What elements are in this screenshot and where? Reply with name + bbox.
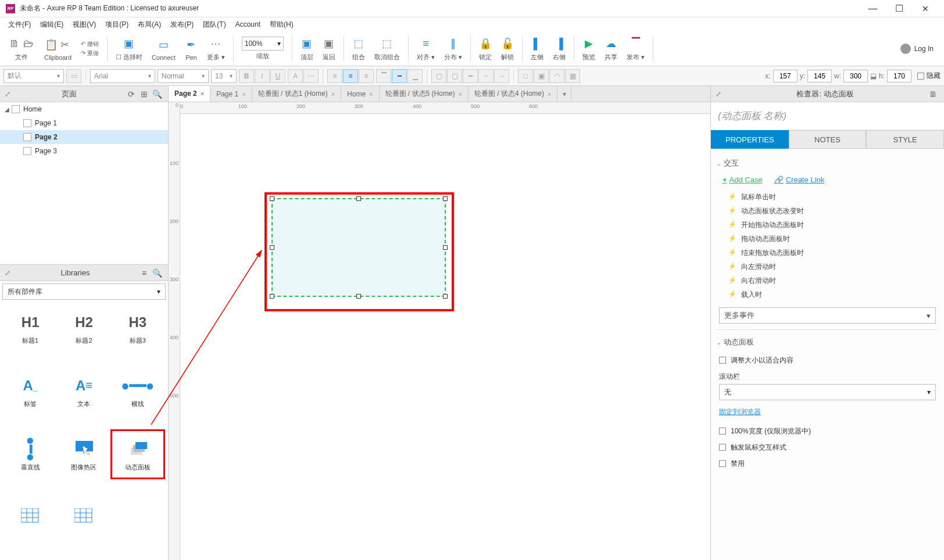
document-tab[interactable]: 轮番图 / 状态5 (Home)×	[380, 86, 469, 102]
more-events-select[interactable]: 更多事件▾	[719, 307, 936, 324]
menu-team[interactable]: 团队(T)	[198, 19, 230, 31]
w-input[interactable]	[843, 70, 868, 82]
tool-zoom[interactable]: 100%▾ 缩放	[238, 37, 287, 60]
canvas[interactable]	[180, 114, 710, 560]
interaction-event[interactable]: ⚡载入时	[728, 288, 938, 301]
resize-handle[interactable]	[443, 294, 448, 299]
document-tab[interactable]: Page 1×	[210, 86, 252, 102]
interaction-event[interactable]: ⚡向左滑动时	[728, 260, 938, 274]
library-widget-hotspot[interactable]: 图像热区	[58, 431, 109, 478]
interaction-event[interactable]: ⚡动态面板状态改变时	[728, 204, 938, 218]
italic-button[interactable]: I	[255, 69, 270, 83]
close-tab-icon[interactable]: ×	[242, 91, 245, 98]
login-button[interactable]: Log In	[895, 44, 939, 54]
document-tab[interactable]: 轮番图 / 状态1 (Home)×	[252, 86, 341, 102]
interaction-event[interactable]: ⚡向右滑动时	[728, 274, 938, 288]
interaction-event[interactable]: ⚡开始拖动动态面板时	[728, 218, 938, 232]
tool-select[interactable]: ▣☐ 选择时	[112, 35, 146, 62]
library-widget[interactable]	[58, 494, 109, 541]
more-text-button[interactable]: ⋯	[303, 69, 319, 83]
create-link-link[interactable]: 🔗Create Link	[774, 175, 824, 184]
pin-icon[interactable]: ⤢	[5, 269, 13, 277]
tool-group[interactable]: ⬚组合	[349, 35, 369, 62]
tool-share[interactable]: ☁共享	[601, 35, 621, 62]
lock-aspect-icon[interactable]: ⬓	[870, 72, 877, 80]
search-icon[interactable]: 🔍	[151, 89, 163, 99]
library-widget-text[interactable]: H1标题1	[5, 304, 56, 351]
x-input[interactable]	[773, 70, 798, 82]
widget-name-input[interactable]: (动态面板 名称)	[711, 102, 944, 130]
trigger-mouse-checkbox[interactable]: 触发鼠标交互样式	[717, 439, 938, 455]
add-page-icon[interactable]: ⟳	[125, 89, 138, 99]
tool-publish[interactable]: ▔发布 ▾	[623, 35, 648, 62]
tool-front[interactable]: ▣顶层	[297, 35, 317, 62]
interaction-event[interactable]: ⚡拖动动态面板时	[728, 232, 938, 246]
align-right-button[interactable]: ≡	[359, 69, 374, 83]
font-select[interactable]: Arial▾	[90, 69, 155, 83]
align-left-button[interactable]: ≡	[327, 69, 342, 83]
pin-icon[interactable]: ⤢	[716, 90, 724, 98]
interaction-event[interactable]: ⚡鼠标单击时	[728, 190, 938, 204]
close-tab-icon[interactable]: ×	[548, 91, 551, 98]
menu-project[interactable]: 项目(P)	[101, 19, 133, 31]
shape-style-button[interactable]: ▭	[66, 69, 81, 83]
page-tree-item[interactable]: ◢Home	[0, 102, 168, 116]
align-center-button[interactable]: ≡	[343, 69, 358, 83]
document-tab[interactable]: 轮番图 / 状态4 (Home)×	[469, 86, 557, 102]
library-widget-vline-blue[interactable]: ●━●垂直线	[5, 431, 56, 478]
valign-top-button[interactable]: ▔	[376, 69, 391, 83]
disable-checkbox[interactable]: 禁用	[717, 455, 938, 472]
underline-button[interactable]: U	[270, 69, 285, 83]
note-icon[interactable]: 🗎	[927, 89, 939, 99]
tab-notes[interactable]: NOTES	[789, 130, 867, 149]
tab-style[interactable]: STYLE	[866, 130, 944, 149]
resize-handle[interactable]	[270, 245, 274, 250]
menu-account[interactable]: Account	[231, 19, 265, 30]
line-color-button[interactable]: ▢	[447, 69, 462, 83]
library-menu-icon[interactable]: ≡	[138, 268, 151, 278]
h-input[interactable]	[887, 70, 911, 82]
scroll-select[interactable]: 无▾	[719, 384, 936, 400]
text-color-button[interactable]: A	[288, 69, 303, 83]
interactions-section[interactable]: ⌄交互	[717, 153, 938, 173]
resize-handle[interactable]	[443, 245, 448, 250]
resize-handle[interactable]	[443, 196, 448, 201]
tool-right[interactable]: ▐右侧	[549, 35, 569, 62]
interaction-event[interactable]: ⚡结束拖放动态面板时	[728, 246, 938, 260]
library-widget-text[interactable]: H3标题3	[112, 304, 163, 351]
tool-distribute[interactable]: ‖分布 ▾	[441, 35, 466, 62]
resize-handle[interactable]	[356, 196, 361, 201]
menu-publish[interactable]: 发布(P)	[166, 19, 198, 31]
maximize-button[interactable]: ☐	[886, 1, 912, 17]
valign-bottom-button[interactable]: ▁	[407, 69, 423, 83]
library-widget[interactable]	[5, 494, 56, 541]
fill-button[interactable]: ▢	[431, 69, 446, 83]
y-input[interactable]	[807, 70, 832, 82]
library-widget-dynamic[interactable]: 动态面板	[112, 431, 163, 478]
font-weight-select[interactable]: Normal▾	[158, 69, 209, 83]
close-button[interactable]: ✕	[912, 1, 938, 17]
resize-handle[interactable]	[356, 294, 361, 299]
tool-align[interactable]: ≡对齐 ▾	[413, 35, 438, 62]
dynamic-panel-widget[interactable]	[271, 198, 446, 297]
add-case-link[interactable]: +Add Case	[723, 175, 763, 184]
page-tree-item[interactable]: Page 1	[0, 116, 168, 130]
pin-to-browser-link[interactable]: 固定到浏览器	[719, 408, 761, 416]
line-style-button[interactable]: ┄	[478, 69, 494, 83]
tool-clipboard[interactable]: 📋✂ Clipboard	[41, 37, 75, 61]
tab-overflow[interactable]: ▾	[557, 86, 571, 102]
redo-button[interactable]: ↷ 重做	[81, 49, 99, 58]
menu-view[interactable]: 视图(V)	[68, 19, 101, 31]
arrow-button[interactable]: →	[494, 69, 509, 83]
library-widget-para-blue[interactable]: A≡文本	[58, 368, 109, 414]
bold-button[interactable]: B	[239, 69, 254, 83]
menu-edit[interactable]: 编辑(E)	[35, 19, 68, 31]
inner-shadow-button[interactable]: ▣	[534, 69, 549, 83]
tool-connect[interactable]: ▭Connect	[148, 37, 179, 61]
page-tree-item[interactable]: Page 3	[0, 144, 168, 158]
tool-back[interactable]: ▣返回	[319, 35, 339, 62]
tool-left[interactable]: ▌左侧	[527, 35, 547, 62]
tab-properties[interactable]: PROPERTIES	[711, 130, 789, 149]
menu-file[interactable]: 文件(F)	[3, 19, 35, 31]
library-selector[interactable]: 所有部件库▾	[2, 283, 166, 300]
